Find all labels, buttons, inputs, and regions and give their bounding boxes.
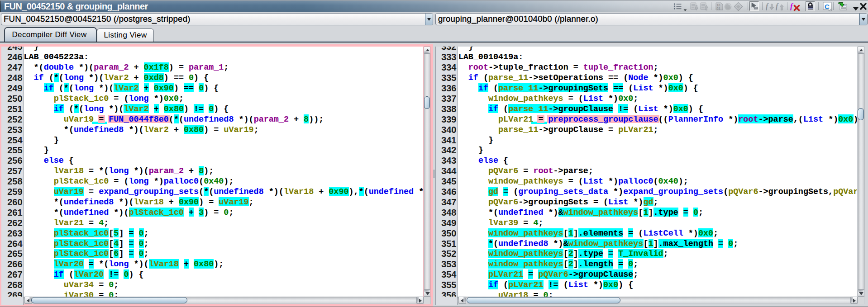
svg-text:f: f — [790, 2, 794, 10]
svg-text:10: 10 — [716, 4, 720, 7]
svg-text:f: f — [776, 2, 779, 10]
svg-text:f: f — [766, 2, 769, 10]
svg-text:01: 01 — [716, 7, 720, 10]
svg-text:C: C — [825, 2, 830, 10]
